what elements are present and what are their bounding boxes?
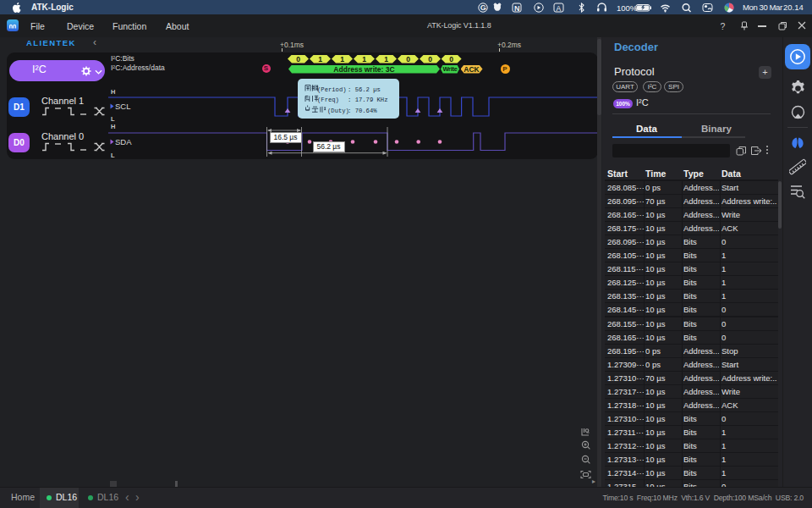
svg-text:(Duty): (Duty) bbox=[327, 108, 349, 114]
svg-text:G: G bbox=[480, 3, 486, 12]
svg-text:N: N bbox=[514, 4, 520, 13]
svg-text:100%: 100% bbox=[617, 3, 638, 13]
svg-text:A: A bbox=[557, 4, 562, 13]
svg-text:: 70.64%: : 70.64% bbox=[348, 108, 377, 114]
svg-text:(Freq): (Freq) bbox=[317, 97, 339, 103]
svg-text:: 17.79 KHz: : 17.79 KHz bbox=[348, 97, 387, 103]
svg-text:(Period): (Period) bbox=[317, 86, 347, 93]
svg-text:: 56.2 µs: : 56.2 µs bbox=[348, 86, 381, 93]
